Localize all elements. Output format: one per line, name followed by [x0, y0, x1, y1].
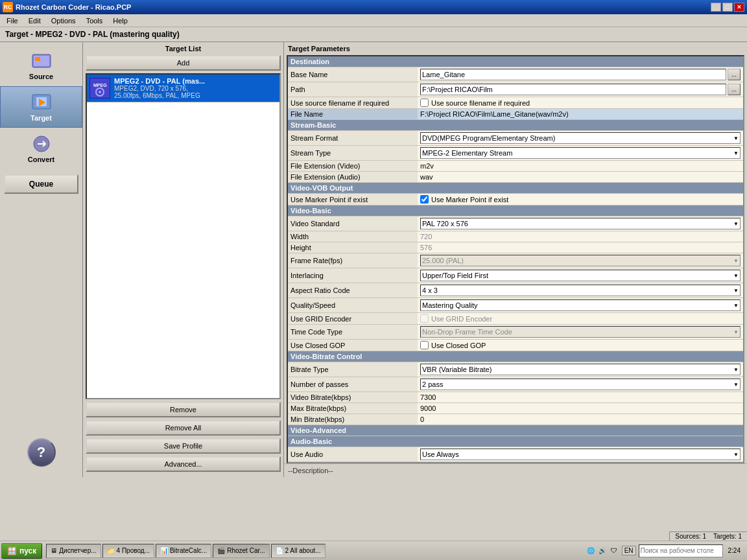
- sidebar-item-target[interactable]: Target: [0, 86, 82, 128]
- param-row-video-standard: Video Standard PAL 720 x 576 ▼: [288, 216, 743, 231]
- base-name-browse[interactable]: ...: [728, 69, 741, 80]
- marker-point-checkbox[interactable]: [420, 195, 429, 204]
- taskbar-app-bitrate[interactable]: 📊 BitrateCalc...: [156, 544, 211, 558]
- network-icon: 🌐: [586, 546, 596, 556]
- sidebar-item-source[interactable]: Source: [0, 45, 82, 86]
- section-vob-output: Video-VOB Output: [288, 183, 743, 194]
- svg-text:MPEG: MPEG: [93, 83, 107, 88]
- taskbar-system-icons: 🌐 🔊 🛡: [586, 546, 619, 556]
- grid-encoder-checkbox: [420, 314, 429, 323]
- taskbar-app-dispatcher[interactable]: 🖥 Диспетчер...: [46, 544, 101, 558]
- section-audio-basic: Audio-Basic: [288, 436, 743, 447]
- use-source-checkbox[interactable]: [420, 99, 429, 107]
- taskbar: 🪟 пуск 🖥 Диспетчер... 📁 4 Провод... 📊 Bi…: [0, 541, 747, 560]
- section-destination: Destination: [288, 56, 743, 67]
- interlacing-arrow: ▼: [733, 273, 739, 279]
- param-row-video-bitrate: Video Bitrate(kbps) 7300: [288, 392, 743, 403]
- stream-type-arrow: ▼: [733, 150, 739, 156]
- menu-file[interactable]: File: [3, 16, 22, 26]
- param-row-closed-gop: Use Closed GOP Use Closed GOP: [288, 340, 743, 351]
- menu-edit[interactable]: Edit: [25, 16, 45, 26]
- queue-button[interactable]: Queue: [4, 174, 78, 194]
- path-browse[interactable]: ...: [728, 84, 741, 95]
- param-row-interlacing: Interlacing Upper/Top Field First ▼: [288, 268, 743, 283]
- param-row-stream-format: Stream Format DVD(MPEG Program/Elementar…: [288, 131, 743, 146]
- window-controls: _ □ ✕: [711, 3, 744, 12]
- remove-all-button[interactable]: Remove All: [86, 420, 281, 436]
- stream-format-dropdown[interactable]: DVD(MPEG Program/Elementary Stream) ▼: [420, 132, 741, 144]
- mpeg-icon: MPEG: [89, 78, 110, 99]
- base-name-input[interactable]: [420, 69, 726, 80]
- param-row-quality: Quality/Speed Mastering Quality ▼: [288, 298, 743, 313]
- close-button[interactable]: ✕: [734, 3, 744, 12]
- param-row-filename: File Name F:\Project RICAO\Film\Lame_Git…: [288, 109, 743, 120]
- add-button[interactable]: Add: [86, 55, 281, 71]
- param-row-grid-encoder: Use GRID Encoder Use GRID Encoder: [288, 313, 743, 325]
- sources-status: Sources: 1: [675, 533, 706, 540]
- target-params-panel: Target Parameters Destination Base Name …: [284, 42, 747, 477]
- param-row-use-audio: Use Audio Use Always ▼: [288, 447, 743, 462]
- closed-gop-checkbox[interactable]: [420, 341, 429, 349]
- quality-arrow: ▼: [733, 303, 739, 309]
- start-button[interactable]: 🪟 пуск: [1, 543, 42, 559]
- taskbar-search-input[interactable]: [639, 544, 723, 557]
- content-area: Source Target Convert Queue ? Target Lis…: [0, 42, 747, 477]
- use-audio-dropdown[interactable]: Use Always ▼: [420, 449, 741, 460]
- stream-type-dropdown[interactable]: MPEG-2 Elementary Stream ▼: [420, 147, 741, 159]
- menu-tools[interactable]: Tools: [82, 16, 107, 26]
- svg-point-10: [99, 91, 101, 93]
- bitrate-type-dropdown[interactable]: VBR (Variable Bitrate) ▼: [420, 364, 741, 375]
- num-passes-dropdown[interactable]: 2 pass ▼: [420, 379, 741, 390]
- dispatcher-icon: 🖥: [51, 547, 57, 554]
- bitrate-type-arrow: ▼: [733, 367, 739, 373]
- stream-format-arrow: ▼: [733, 135, 739, 141]
- section-video-basic: Video-Basic: [288, 205, 743, 216]
- item-details2: 25.00fps, 6Mbps, PAL, MPEG: [114, 92, 205, 99]
- taskbar-app-about[interactable]: 📄 2 All about...: [271, 544, 326, 558]
- volume-icon: 🔊: [597, 546, 608, 556]
- advanced-button[interactable]: Advanced...: [86, 456, 281, 472]
- language-indicator[interactable]: EN: [622, 546, 636, 555]
- menu-bar: File Edit Options Tools Help: [0, 14, 747, 27]
- rhozet-icon: 🎬: [217, 547, 225, 554]
- about-icon: 📄: [276, 547, 283, 554]
- window-title-strip: Target - MPEG2 - DVD - PAL (mastering qu…: [0, 27, 747, 42]
- num-passes-arrow: ▼: [733, 382, 739, 388]
- minimize-button[interactable]: _: [711, 3, 721, 12]
- taskbar-app-folder[interactable]: 📁 4 Провод...: [102, 544, 154, 558]
- interlacing-dropdown[interactable]: Upper/Top Field First ▼: [420, 270, 741, 281]
- frame-rate-arrow: ▼: [733, 258, 739, 264]
- sidebar: Source Target Convert Queue ?: [0, 42, 83, 477]
- param-row-min-bitrate: Min Bitrate(kbps) 0: [288, 414, 743, 425]
- targets-status: Targets: 1: [713, 533, 742, 540]
- video-standard-dropdown[interactable]: PAL 720 x 576 ▼: [420, 218, 741, 229]
- param-row-file-ext-video: File Extension (Video) m2v: [288, 161, 743, 172]
- params-table-container[interactable]: Destination Base Name ... Path: [287, 55, 744, 463]
- target-list-item[interactable]: MPEG MPEG2 - DVD - PAL (mas... MPEG2, DV…: [87, 75, 279, 102]
- param-row-basename: Base Name ...: [288, 67, 743, 82]
- aspect-ratio-dropdown[interactable]: 4 x 3 ▼: [420, 285, 741, 296]
- title-bar: RC Rhozet Carbon Coder - Ricao.PCP _ □ ✕: [0, 0, 747, 14]
- taskbar-apps: 🖥 Диспетчер... 📁 4 Провод... 📊 BitrateCa…: [46, 544, 581, 558]
- remove-button[interactable]: Remove: [86, 402, 281, 417]
- param-row-frame-rate: Frame Rate(fps) 25.000 (PAL) ▼: [288, 253, 743, 268]
- sidebar-item-convert[interactable]: Convert: [0, 128, 82, 169]
- target-list-header: Target List: [86, 45, 281, 52]
- path-input[interactable]: [420, 84, 726, 95]
- maximize-button[interactable]: □: [722, 3, 733, 12]
- folder-icon: 📁: [107, 547, 115, 554]
- item-details1: MPEG2, DVD, 720 x 576,: [114, 85, 205, 92]
- taskbar-time: 2:24: [726, 547, 743, 554]
- save-profile-button[interactable]: Save Profile: [86, 438, 281, 454]
- target-list-panel: Target List Add MPEG MPEG2 - DVD - PAL (…: [83, 42, 284, 477]
- bitrate-icon: 📊: [160, 547, 168, 554]
- windows-icon: 🪟: [7, 546, 17, 555]
- menu-help[interactable]: Help: [109, 16, 132, 26]
- menu-options[interactable]: Options: [47, 16, 80, 26]
- help-button[interactable]: ?: [27, 438, 56, 467]
- taskbar-app-rhozet[interactable]: 🎬 Rhozet Car...: [213, 544, 269, 558]
- video-standard-arrow: ▼: [733, 221, 739, 227]
- timecode-arrow: ▼: [733, 329, 739, 335]
- quality-dropdown[interactable]: Mastering Quality ▼: [420, 299, 741, 311]
- aspect-ratio-arrow: ▼: [733, 288, 739, 294]
